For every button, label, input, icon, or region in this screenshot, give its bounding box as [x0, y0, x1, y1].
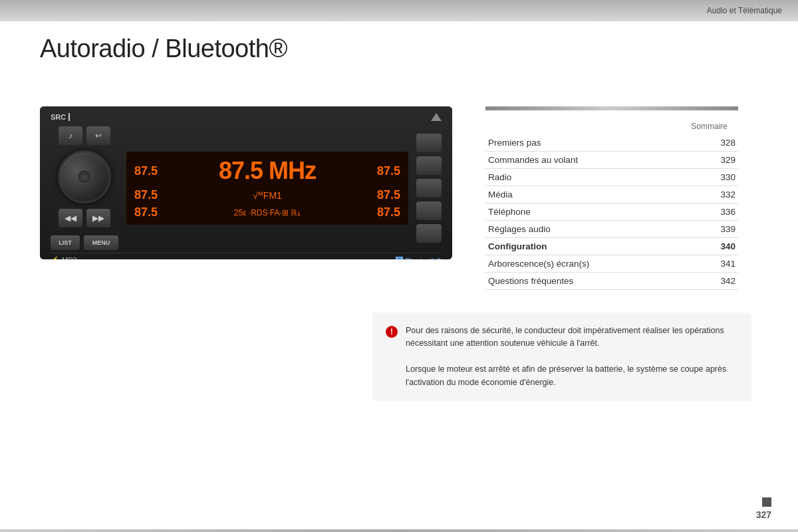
- page-title: Autoradio / Bluetooth®: [40, 35, 287, 63]
- toc-item-7: Configuration: [485, 238, 658, 255]
- toc-item-1: Premiers pas: [485, 134, 658, 152]
- table-of-contents: Sommaire Premiers pas 328 Commandes au v…: [485, 106, 738, 290]
- toc-header-label: Sommaire: [658, 118, 738, 134]
- freq-right-2: 87.5: [377, 188, 400, 202]
- toc-row-3: Radio 330: [485, 169, 738, 186]
- list-button[interactable]: LIST: [51, 235, 80, 250]
- toc-page-5: 336: [658, 203, 738, 221]
- toc-item-9: Questions fréquentes: [485, 273, 658, 290]
- toc-page-1: 328: [658, 134, 738, 152]
- freq-left-1: 87.5: [134, 164, 158, 178]
- toc-page-4: 332: [658, 186, 738, 203]
- bottom-line: [0, 529, 798, 532]
- toc-page-6: 339: [658, 221, 738, 238]
- toc-page-3: 330: [658, 169, 738, 186]
- toc-row-2: Commandes au volant 329: [485, 152, 738, 169]
- station-info: 25ε ·RDS·FA·⊞ ℝ₁: [234, 208, 301, 217]
- toc-page-7: 340: [658, 238, 738, 255]
- menu-button[interactable]: MENU: [84, 235, 118, 250]
- music-button[interactable]: ♪: [59, 126, 82, 145]
- toc-row-8: Arborescence(s) écran(s) 341: [485, 255, 738, 273]
- left-controls: ♪ ↩ ◀◀ ▶▶ LIST MENU: [51, 126, 118, 250]
- toc-header-bar: [485, 106, 738, 110]
- page-square: [762, 497, 771, 507]
- next-button[interactable]: ▶▶: [86, 209, 110, 227]
- preset-btn-4[interactable]: [416, 201, 442, 220]
- freq-left-2: 87.5: [134, 188, 158, 202]
- page-number: 327: [756, 509, 771, 520]
- preset-btn-3[interactable]: [416, 179, 442, 198]
- toc-page-9: 342: [658, 273, 738, 290]
- toc-row-4: Média 332: [485, 186, 738, 203]
- freq-right-1: 87.5: [377, 164, 400, 178]
- preset-btn-2[interactable]: [416, 156, 442, 175]
- warning-text: Pour des raisons de sécurité, le conduct…: [406, 325, 738, 389]
- radio-device: SRC ♪ ↩ ◀◀: [40, 106, 452, 259]
- preset-btn-1[interactable]: [416, 134, 442, 152]
- toc-page-2: 329: [658, 152, 738, 169]
- header-bar: Audio et Télématique: [0, 0, 798, 21]
- usb-mp3-label: ⚡ MP3: [51, 256, 77, 259]
- warning-icon: !: [386, 326, 398, 338]
- toc-item-8: Arborescence(s) écran(s): [485, 255, 658, 273]
- triangle-icon: [431, 113, 442, 121]
- return-button[interactable]: ↩: [86, 126, 110, 145]
- freq-right-3: 87.5: [377, 205, 400, 219]
- toc-item-4: Média: [485, 186, 658, 203]
- preset-btn-5[interactable]: [416, 224, 442, 243]
- warning-text-2: Lorsque le moteur est arrêté et afin de …: [406, 364, 726, 386]
- display-screen: 87.5 87.5 MHz 87.5 87.5 √ᴹFM1 87.5 87.5 …: [126, 152, 408, 225]
- freq-main: 87.5 MHz: [158, 157, 377, 185]
- warning-box: ! Pour des raisons de sécurité, le condu…: [372, 313, 751, 401]
- prev-button[interactable]: ◀◀: [59, 209, 82, 227]
- page-number-container: 327: [756, 497, 771, 520]
- volume-knob[interactable]: [58, 150, 111, 203]
- toc-item-5: Téléphone: [485, 203, 658, 221]
- freq-left-3: 87.5: [134, 205, 158, 219]
- toc-table: Sommaire Premiers pas 328 Commandes au v…: [485, 118, 738, 290]
- warning-text-1: Pour des raisons de sécurité, le conduct…: [406, 326, 724, 348]
- toc-row-7: Configuration 340: [485, 238, 738, 255]
- toc-page-8: 341: [658, 255, 738, 273]
- toc-row-1: Premiers pas 328: [485, 134, 738, 152]
- toc-row-6: Réglages audio 339: [485, 221, 738, 238]
- rds-label: √ᴹFM1: [253, 190, 282, 201]
- toc-item-6: Réglages audio: [485, 221, 658, 238]
- preset-buttons: [416, 134, 442, 243]
- toc-row-9: Questions fréquentes 342: [485, 273, 738, 290]
- bluetooth-label: 🅱 Bluetooth®: [396, 257, 442, 260]
- toc-item-2: Commandes au volant: [485, 152, 658, 169]
- src-label: SRC: [51, 113, 70, 121]
- toc-item-3: Radio: [485, 169, 658, 186]
- toc-row-5: Téléphone 336: [485, 203, 738, 221]
- header-title: Audio et Télématique: [707, 6, 782, 15]
